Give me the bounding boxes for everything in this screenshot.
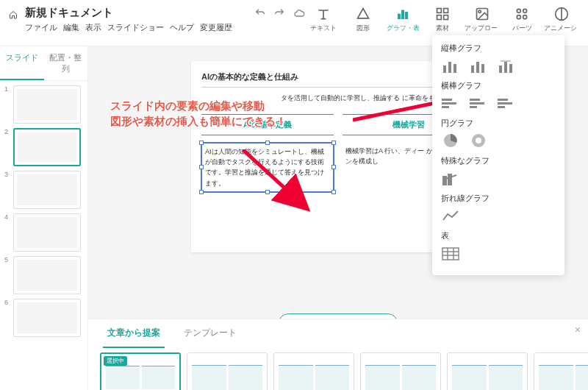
svg-rect-0 — [398, 14, 400, 19]
svg-rect-32 — [498, 102, 512, 104]
tab-arrange[interactable]: 配置・整列 — [44, 46, 88, 80]
document-title[interactable]: 新規ドキュメント — [25, 6, 232, 20]
svg-point-8 — [478, 10, 481, 13]
svg-rect-39 — [442, 248, 459, 260]
svg-rect-37 — [443, 177, 446, 185]
template-item[interactable] — [273, 352, 354, 390]
svg-rect-29 — [470, 102, 484, 104]
slide-thumbnails: 1 2 3 4 5 6 — [0, 81, 87, 346]
tab-template[interactable]: テンプレート — [179, 319, 241, 348]
svg-rect-21 — [499, 65, 502, 73]
home-icon[interactable] — [9, 7, 18, 22]
menu-file[interactable]: ファイル — [25, 22, 57, 33]
svg-point-12 — [523, 15, 527, 19]
svg-point-10 — [523, 9, 527, 13]
svg-line-14 — [243, 149, 305, 207]
svg-rect-6 — [444, 15, 448, 20]
svg-rect-26 — [442, 102, 456, 104]
chart-hbar-icon[interactable] — [469, 96, 488, 110]
menu-history[interactable]: 変更履歴 — [200, 22, 232, 33]
menu-help[interactable]: ヘルプ — [170, 22, 194, 33]
tool-shape[interactable]: 図形 — [345, 6, 381, 43]
tool-text[interactable]: テキスト — [306, 6, 341, 43]
svg-rect-27 — [442, 106, 449, 108]
bottom-panel: × 文章から提案 テンプレート 選択中 — [88, 319, 588, 390]
svg-point-36 — [476, 138, 481, 143]
menu-view[interactable]: 表示 — [85, 22, 101, 33]
thumb-3[interactable] — [13, 171, 81, 209]
chart-bar-icon[interactable] — [441, 58, 460, 73]
chart-hbar-icon[interactable] — [497, 96, 516, 110]
tab-suggest[interactable]: 文章から提案 — [103, 319, 165, 348]
template-item[interactable] — [187, 352, 268, 390]
svg-rect-38 — [448, 174, 451, 185]
chart-hbar-icon[interactable] — [441, 96, 460, 110]
table-icon[interactable] — [441, 246, 460, 260]
svg-rect-19 — [476, 62, 479, 73]
menu-edit[interactable]: 編集 — [63, 22, 79, 33]
thumb-4[interactable] — [13, 213, 81, 252]
svg-rect-30 — [470, 106, 477, 108]
svg-rect-28 — [470, 99, 480, 101]
thumb-6[interactable] — [13, 299, 81, 337]
svg-rect-4 — [444, 9, 448, 13]
template-item[interactable] — [447, 352, 528, 390]
chart-bar-icon[interactable] — [497, 58, 516, 73]
svg-rect-17 — [453, 64, 456, 73]
close-icon[interactable]: × — [575, 324, 581, 336]
chart-line-icon[interactable] — [441, 208, 460, 223]
chart-donut-icon[interactable] — [469, 133, 488, 148]
chart-dropdown: 縦棒グラフ 横棒グラフ 円グラフ 特殊なグラフ 折れ線グラフ 表 — [432, 35, 564, 275]
svg-rect-15 — [443, 65, 446, 73]
svg-rect-16 — [448, 62, 451, 73]
template-item[interactable] — [360, 352, 441, 390]
cloud-icon[interactable] — [293, 7, 306, 19]
svg-rect-31 — [498, 99, 508, 101]
template-item[interactable] — [534, 352, 588, 390]
svg-rect-20 — [481, 64, 484, 73]
svg-rect-23 — [509, 64, 512, 73]
svg-rect-18 — [471, 65, 474, 73]
callout-annotation: スライド内の要素の編集や移動 図形や素材の挿入も簡単にできる！ — [110, 98, 287, 129]
thumb-2[interactable] — [13, 128, 81, 166]
svg-point-11 — [517, 15, 520, 19]
svg-point-9 — [517, 9, 520, 13]
svg-rect-1 — [401, 10, 404, 19]
menu-slideshow[interactable]: スライドショー — [107, 22, 164, 33]
svg-rect-3 — [437, 9, 442, 13]
tab-slides[interactable]: スライド — [0, 46, 44, 80]
undo-icon[interactable] — [254, 7, 266, 19]
arrow-icon — [243, 149, 316, 216]
chart-special-icon[interactable] — [441, 171, 460, 185]
redo-icon[interactable] — [273, 7, 285, 19]
svg-rect-2 — [405, 13, 407, 19]
svg-rect-33 — [498, 106, 505, 108]
thumb-1[interactable] — [13, 85, 81, 124]
tool-chart[interactable]: グラフ・表 — [385, 6, 420, 43]
template-item[interactable]: 選択中 — [100, 352, 181, 390]
svg-rect-25 — [442, 99, 452, 101]
svg-rect-5 — [437, 15, 442, 20]
thumb-5[interactable] — [13, 256, 81, 294]
chart-bar-icon[interactable] — [469, 58, 488, 73]
svg-rect-22 — [504, 62, 507, 73]
chart-pie-icon[interactable] — [441, 133, 460, 148]
menubar: ファイル 編集 表示 スライドショー ヘルプ 変更履歴 — [25, 22, 232, 33]
